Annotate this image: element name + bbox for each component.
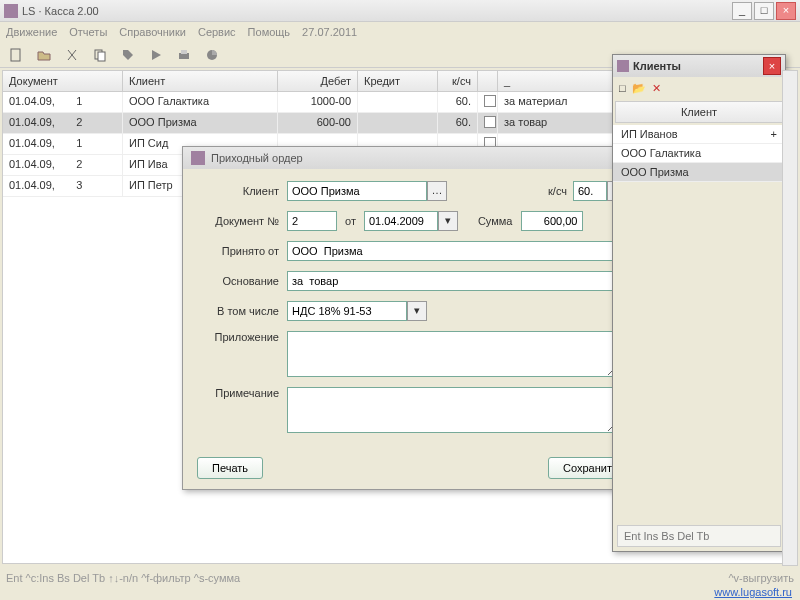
including-input[interactable] [287, 301, 407, 321]
note-input[interactable] [287, 387, 617, 433]
col-credit[interactable]: Кредит [358, 71, 438, 91]
client-input[interactable] [287, 181, 427, 201]
menu-service[interactable]: Сервис [198, 26, 236, 38]
label-received: Принято от [197, 245, 287, 257]
col-debit[interactable]: Дебет [278, 71, 358, 91]
label-from: от [345, 215, 356, 227]
clients-panel: Клиенты × □ 📂 ✕ Клиент ИП Иванов+ООО Гал… [612, 54, 786, 552]
received-input[interactable] [287, 241, 617, 261]
date-picker-button[interactable]: ▾ [438, 211, 458, 231]
incoming-order-dialog: Приходный ордер Клиент … к/сч ▾ Документ… [182, 146, 642, 490]
dialog-title[interactable]: Приходный ордер [183, 147, 641, 169]
minimize-button[interactable]: _ [732, 2, 752, 20]
statusbar: Ent ^c:Ins Bs Del Tb ↑↓-n/n ^f-фильтр ^s… [6, 572, 794, 584]
col-client[interactable]: Клиент [123, 71, 278, 91]
menu-reports[interactable]: Отчеты [69, 26, 107, 38]
play-icon[interactable] [146, 45, 166, 65]
panel-list[interactable]: ИП Иванов+ООО ГалактикаООО Призма [613, 125, 785, 182]
col-check[interactable] [478, 71, 498, 91]
label-sum: Сумма [478, 215, 513, 227]
new-icon[interactable] [6, 45, 26, 65]
panel-open-icon[interactable]: 📂 [632, 82, 646, 95]
panel-titlebar[interactable]: Клиенты × [613, 55, 785, 77]
label-basis: Основание [197, 275, 287, 287]
label-client: Клиент [197, 185, 287, 197]
vat-dropdown-button[interactable]: ▾ [407, 301, 427, 321]
print-button[interactable]: Печать [197, 457, 263, 479]
date-input[interactable] [364, 211, 438, 231]
panel-list-header[interactable]: Клиент [615, 101, 783, 123]
panel-close-button[interactable]: × [763, 57, 781, 75]
titlebar: LS · Касса 2.00 _ □ × [0, 0, 800, 22]
col-document[interactable]: Документ [3, 71, 123, 91]
svg-rect-4 [181, 50, 187, 54]
maximize-button[interactable]: □ [754, 2, 774, 20]
svg-rect-0 [11, 49, 20, 61]
ks-input[interactable] [573, 181, 607, 201]
sum-input[interactable] [521, 211, 583, 231]
list-item[interactable]: ООО Призма [613, 163, 785, 182]
copy-icon[interactable] [90, 45, 110, 65]
scrollbar[interactable] [782, 70, 798, 566]
app-icon [4, 4, 18, 18]
attachment-input[interactable] [287, 331, 617, 377]
tag-icon[interactable] [118, 45, 138, 65]
menu-help[interactable]: Помощь [248, 26, 291, 38]
dialog-title-text: Приходный ордер [211, 152, 303, 164]
menu-movement[interactable]: Движение [6, 26, 57, 38]
panel-title: Клиенты [629, 60, 763, 72]
list-item[interactable]: ИП Иванов+ [613, 125, 785, 144]
chart-icon[interactable] [202, 45, 222, 65]
window-title: LS · Касса 2.00 [22, 5, 730, 17]
main-area: Документ Клиент Дебет Кредит к/сч _ 01.0… [0, 68, 800, 566]
website-link[interactable]: www.lugasoft.ru [714, 586, 792, 598]
status-hints: Ent ^c:Ins Bs Del Tb ↑↓-n/n ^f-фильтр ^s… [6, 572, 240, 584]
panel-toolbar: □ 📂 ✕ [613, 77, 785, 99]
menu-date: 27.07.2011 [302, 26, 357, 38]
menu-directories[interactable]: Справочники [119, 26, 186, 38]
print-icon[interactable] [174, 45, 194, 65]
docnum-input[interactable] [287, 211, 337, 231]
close-button[interactable]: × [776, 2, 796, 20]
label-ks: к/сч [548, 185, 567, 197]
list-item[interactable]: ООО Галактика [613, 144, 785, 163]
label-attachment: Приложение [197, 331, 287, 343]
cut-icon[interactable] [62, 45, 82, 65]
open-icon[interactable] [34, 45, 54, 65]
svg-rect-2 [98, 52, 105, 61]
label-docnum: Документ № [197, 215, 287, 227]
label-including: В том числе [197, 305, 287, 317]
panel-new-icon[interactable]: □ [619, 82, 626, 94]
status-right: ^v-выгрузить [728, 572, 794, 584]
panel-footer: Ent Ins Bs Del Tb [617, 525, 781, 547]
menubar: Движение Отчеты Справочники Сервис Помощ… [0, 22, 800, 42]
panel-delete-icon[interactable]: ✕ [652, 82, 661, 95]
panel-icon [617, 60, 629, 72]
client-lookup-button[interactable]: … [427, 181, 447, 201]
basis-input[interactable] [287, 271, 617, 291]
dialog-icon [191, 151, 205, 165]
col-account[interactable]: к/сч [438, 71, 478, 91]
label-note: Примечание [197, 387, 287, 399]
